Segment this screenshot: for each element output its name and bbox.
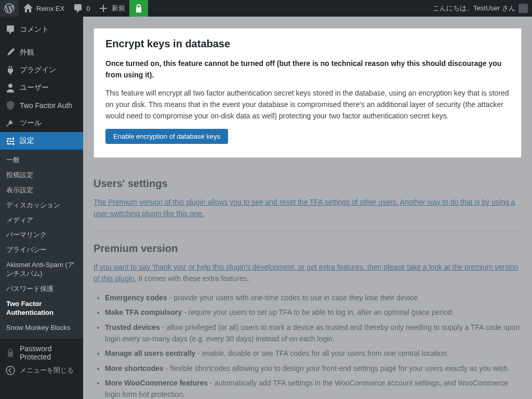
comment-icon [5,24,16,35]
submenu-item[interactable]: パーマリンク [0,228,83,243]
collapse-icon [5,365,16,376]
account-greeting[interactable]: こんにちは、TestUser さん [429,0,532,17]
svg-point-0 [6,366,15,375]
collapse-menu[interactable]: メニューを閉じる [0,362,83,379]
settings-submenu: 一般投稿設定表示設定ディスカッションメディアパーマリンクプライバシーAkisme… [0,150,83,339]
wrench-icon [5,118,16,128]
sidebar-item-label: Password Protected [20,344,78,361]
submenu-item[interactable]: 投稿設定 [0,168,83,183]
submenu-item[interactable]: メディア [0,213,83,228]
sidebar-item-label: コメント [20,25,49,34]
collapse-label: メニューを閉じる [20,366,74,375]
page-icon [5,17,16,17]
greeting-text: こんにちは、TestUser さん [433,4,515,13]
comments-count[interactable]: 0 [69,0,94,17]
admin-sidebar: 固定ページ コメント外観プラグインユーザーTwo Factor Authツール設… [0,17,83,399]
encrypt-keys-modal: Encrypt keys in database Once turned on,… [94,28,522,158]
sidebar-item-label: 設定 [20,136,34,145]
shield-icon [5,100,16,111]
sidebar-item-sliders[interactable]: 設定 [0,132,83,150]
brush-icon [5,47,16,58]
sidebar-item-label: Two Factor Auth [20,101,72,110]
sidebar-item-label: ツール [20,118,42,128]
content-area: Users' settings The Premium version of t… [83,17,532,399]
submenu-item[interactable]: 一般 [0,153,83,168]
submenu-item[interactable]: 表示設定 [0,183,83,198]
submenu-item[interactable]: Two Factor Authentication [0,297,83,321]
submenu-item[interactable]: ディスカッション [0,198,83,213]
enable-encryption-button[interactable]: Enable encryption of database keys [105,129,228,144]
modal-title: Encrypt keys in database [105,38,510,50]
sidebar-item-label: ユーザー [20,83,49,92]
wordpress-icon [4,3,15,14]
submenu-item[interactable]: Snow Monkey Blocks [0,321,83,336]
site-name-label: Reinx EX [36,5,64,12]
admin-bar: Reinx EX 0 新規 こんにちは、TestUser さん [0,0,532,17]
modal-warning: Once turned on, this feature cannot be t… [105,58,510,81]
site-name[interactable]: Reinx EX [19,0,69,17]
new-content-label: 新規 [112,4,125,13]
lock-icon [134,3,144,14]
submenu-item[interactable]: パスワード保護 [0,282,83,297]
sidebar-item-truncated[interactable]: 固定ページ [0,17,83,21]
sidebar-item-wrench[interactable]: ツール [0,114,83,132]
sidebar-item-password-protected[interactable]: Password Protected [0,344,83,362]
new-content[interactable]: 新規 [94,0,129,17]
sliders-icon [5,136,16,146]
plug-icon [5,65,16,75]
lock-icon [5,348,16,358]
sidebar-item-brush[interactable]: 外観 [0,44,83,61]
submenu-item[interactable]: Akismet Anti-Spam (アンチスパム) [0,258,83,282]
avatar [518,4,528,13]
plus-icon [98,3,109,14]
user-icon [5,83,16,93]
sidebar-item-label: プラグイン [20,65,56,75]
home-icon [23,3,33,14]
comment-icon [73,3,83,14]
sidebar-item-comment[interactable]: コメント [0,21,83,38]
secure-indicator[interactable] [129,0,148,17]
sidebar-item-shield[interactable]: Two Factor Auth [0,97,83,114]
sidebar-item-plug[interactable]: プラグイン [0,61,83,79]
modal-description: This feature will encrypt all two factor… [105,88,510,122]
sidebar-item-label: 外観 [20,48,34,57]
comments-count-label: 0 [86,5,90,12]
wp-logo[interactable] [0,0,19,17]
sidebar-item-user[interactable]: ユーザー [0,79,83,97]
submenu-item[interactable]: プライバシー [0,243,83,258]
